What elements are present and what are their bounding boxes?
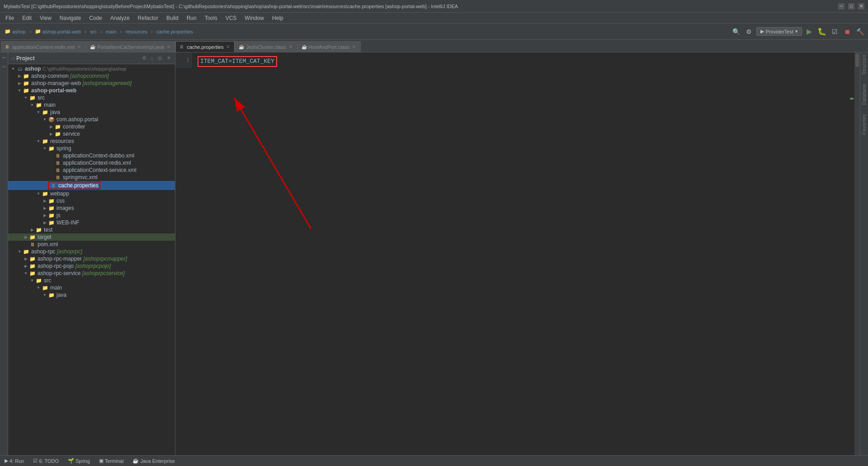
tab-jediscluster[interactable]: ☕ JedisCluster.class ✕ — [235, 41, 297, 52]
tree-item-springmvc[interactable]: ▶ 🗎 springmvc.xml — [8, 174, 175, 181]
project-expand-all[interactable]: ↕ — [150, 55, 155, 62]
tab-close-jedis[interactable]: ✕ — [289, 44, 292, 49]
maximize-button[interactable]: □ — [848, 3, 854, 10]
tab-close-redis[interactable]: ✕ — [77, 44, 81, 49]
tree-item-ashop[interactable]: ▼ 🗂 ashop C:\githubRepositories\shopping… — [8, 65, 175, 72]
tab-close-cache[interactable]: ✕ — [226, 44, 230, 49]
minimize-button[interactable]: ─ — [838, 3, 844, 10]
tree-arrow-java: ▼ — [35, 110, 42, 114]
tree-item-appcontext-redis[interactable]: ▶ 🗎 applicationContext-redis.xml — [8, 159, 175, 166]
tree-item-java[interactable]: ▼ 📁 java — [8, 109, 175, 116]
run-tool-button[interactable]: ▶ 4: Run — [3, 457, 26, 464]
menu-tools[interactable]: Tools — [201, 14, 221, 22]
menu-help[interactable]: Help — [269, 14, 287, 22]
xml-icon-dubbo: 🗎 — [54, 153, 61, 158]
tree-item-test[interactable]: ▶ 📁 test — [8, 226, 175, 233]
project-tool-button[interactable]: 1 — [0, 54, 8, 62]
debug-button[interactable]: 🐛 — [816, 26, 827, 37]
breadcrumb-cache-properties[interactable]: cache.properties — [155, 28, 195, 35]
module-icon-mapper: 📁 — [29, 256, 36, 262]
right-tool-structure[interactable]: Structure — [862, 54, 867, 75]
tree-item-ashop-manager-web[interactable]: ▶ 📁 ashop-manager-web [ashopmanagerweb] — [8, 80, 175, 87]
menu-edit[interactable]: Edit — [19, 14, 35, 22]
tree-arrow-rpc-src: ▼ — [29, 278, 35, 283]
close-button[interactable]: ✕ — [858, 3, 864, 10]
toolbar-settings-button[interactable]: ⚙ — [744, 26, 755, 37]
tree-item-ashop-portal-web[interactable]: ▼ 📁 ashop-portal-web — [8, 87, 175, 94]
tree-item-rpc-pojo[interactable]: ▶ 📁 ashop-rpc-pojo [ashoprpcpojo] — [8, 262, 175, 270]
project-settings-button[interactable]: ⚙ — [141, 55, 148, 62]
tree-item-images[interactable]: ▶ 📁 images — [8, 204, 175, 212]
run-button[interactable]: ▶ — [804, 26, 815, 37]
breadcrumb-resources[interactable]: resources — [124, 28, 149, 35]
editor-content[interactable]: ITEM_CAT=ITEM_CAT_KEY — [192, 52, 854, 455]
tree-item-ashop-common[interactable]: ▶ 📁 ashop-common [ashopcommon] — [8, 72, 175, 80]
structure-tool-button[interactable]: 2 — [0, 63, 8, 71]
menu-code[interactable]: Code — [85, 14, 106, 22]
breadcrumb-ashop-portal-web[interactable]: 📁 ashop-portal-web — [33, 28, 83, 35]
tree-item-appcontext-service[interactable]: ▶ 🗎 applicationContext-service.xml — [8, 166, 175, 174]
tree-item-js[interactable]: ▶ 📁 js — [8, 212, 175, 219]
menu-view[interactable]: View — [36, 14, 55, 22]
window-controls: ─ □ ✕ — [838, 3, 864, 10]
editor-scrollbar[interactable] — [854, 52, 860, 455]
build-button[interactable]: 🔨 — [854, 26, 865, 37]
tab-close-portalitem[interactable]: ✕ — [167, 44, 170, 49]
tree-arrow-controller: ▶ — [48, 124, 54, 129]
menu-refactor[interactable]: Refactor — [134, 14, 162, 22]
tree-item-rpc-src[interactable]: ▼ 📁 src — [8, 277, 175, 284]
right-tool-database[interactable]: Database — [862, 84, 867, 105]
project-header: ◁ Project ⚙ ↕ ◎ ✕ — [8, 52, 175, 64]
todo-button[interactable]: ☑ 6: TODO — [31, 457, 61, 464]
tree-item-spring[interactable]: ▼ 📁 spring — [8, 145, 175, 152]
tree-item-ashop-rpc[interactable]: ▼ 📁 ashop-rpc [ashoprpc] — [8, 248, 175, 255]
tree-item-rpc-service[interactable]: ▼ 📁 ashop-rpc-service [ashoprpcservice] — [8, 270, 175, 277]
tree-item-service[interactable]: ▶ 📁 service — [8, 130, 175, 138]
menu-build[interactable]: Build — [163, 14, 182, 22]
coverage-button[interactable]: ☑ — [829, 26, 840, 37]
tree-item-appcontext-dubbo[interactable]: ▶ 🗎 applicationContext-dubbo.xml — [8, 152, 175, 159]
stop-button[interactable]: ⏹ — [842, 26, 853, 37]
tree-arrow-images: ▶ — [42, 206, 48, 210]
tree-item-cache-properties[interactable]: ▶ 🗎 cache.properties — [8, 181, 175, 190]
tree-item-resources[interactable]: ▼ 📁 resources — [8, 138, 175, 145]
tree-item-target[interactable]: ▶ 📁 target — [8, 233, 175, 241]
menu-navigate[interactable]: Navigate — [56, 14, 85, 22]
menu-window[interactable]: Window — [241, 14, 268, 22]
tree-item-rpc-java[interactable]: ▼ 📁 java — [8, 291, 175, 299]
package-icon-controller: 📁 — [54, 124, 61, 130]
terminal-button[interactable]: ▣ Terminal — [97, 457, 126, 464]
tab-close-hostandport[interactable]: ✕ — [352, 44, 356, 49]
tree-item-rpc-mapper[interactable]: ▶ 📁 ashop-rpc-mapper [ashoprpcmapper] — [8, 255, 175, 262]
tree-item-main[interactable]: ▼ 📁 main — [8, 101, 175, 109]
editor-area[interactable]: 1 ITEM_CAT=ITEM_CAT_KEY — [175, 52, 860, 455]
provider-test-button[interactable]: ▶ ProviderTest ▾ — [756, 27, 802, 36]
toolbar-search-button[interactable]: 🔍 — [731, 26, 742, 37]
spring-button[interactable]: 🌱 Spring — [66, 457, 92, 464]
tree-item-controller[interactable]: ▶ 📁 controller — [8, 123, 175, 130]
tree-item-css[interactable]: ▶ 📁 css — [8, 197, 175, 204]
menu-vcs[interactable]: VCS — [222, 14, 241, 22]
folder-icon-src: 📁 — [29, 95, 36, 101]
project-collapse-icon[interactable]: ◁ — [11, 56, 14, 61]
java-enterprise-button[interactable]: ☕ Java Enterprise — [131, 457, 176, 464]
tree-item-pom[interactable]: ▶ 🗎 pom.xml — [8, 241, 175, 248]
tab-applicationcontext-redis[interactable]: 🗎 applicationContext-redis.xml ✕ — [1, 41, 86, 52]
tree-item-web-inf[interactable]: ▶ 📁 WEB-INF — [8, 219, 175, 226]
tab-hostandport[interactable]: ☕ HostAndPort.class ✕ — [297, 41, 361, 52]
menu-analyze[interactable]: Analyze — [107, 14, 133, 22]
tab-cache-properties[interactable]: 🗎 cache.properties ✕ — [175, 41, 235, 52]
tree-item-com-ashop-portal[interactable]: ▼ 📦 com.ashop.portal — [8, 116, 175, 123]
menu-run[interactable]: Run — [183, 14, 200, 22]
breadcrumb-main[interactable]: main — [104, 28, 118, 35]
tree-item-webapp[interactable]: ▼ 📁 webapp — [8, 190, 175, 197]
breadcrumb-ashop[interactable]: 📁 ashop — [3, 28, 28, 35]
tab-portalitemcatserviceimpl[interactable]: ☕ PortalItemCatServiceImpl.java ✕ — [86, 41, 175, 52]
menu-file[interactable]: File — [2, 14, 18, 22]
project-locate-button[interactable]: ◎ — [156, 55, 164, 62]
right-tool-favorites[interactable]: Favorites — [862, 114, 867, 135]
project-close-button[interactable]: ✕ — [165, 55, 172, 62]
tree-item-src[interactable]: ▼ 📁 src — [8, 94, 175, 101]
breadcrumb-src[interactable]: src — [88, 28, 99, 35]
tree-item-rpc-main[interactable]: ▼ 📁 main — [8, 284, 175, 291]
